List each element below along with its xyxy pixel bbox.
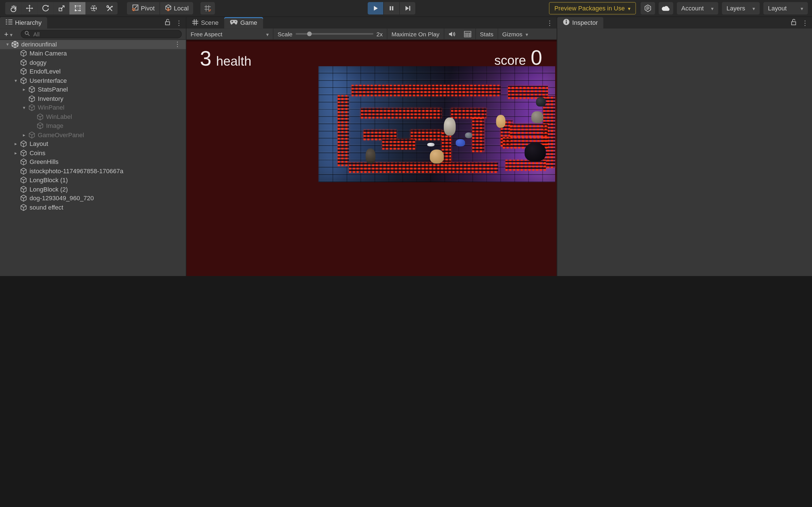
hierarchy-item-statspanel[interactable]: ▸StatsPanel <box>0 85 186 94</box>
expander-closed-icon[interactable]: ▸ <box>20 132 28 137</box>
led-platform <box>506 160 546 170</box>
custom-tools-button[interactable] <box>101 2 117 14</box>
expander-open-icon[interactable]: ▾ <box>20 105 28 110</box>
led-platform <box>382 139 415 150</box>
hierarchy-item-istockphoto-1174967858-170667a[interactable]: istockphoto-1174967858-170667a <box>0 166 186 175</box>
grid-snapping-button[interactable] <box>201 2 215 14</box>
tab-hierarchy-label: Hierarchy <box>15 19 42 26</box>
create-object-button[interactable]: + <box>0 30 17 38</box>
hierarchy-item-label: Coins <box>30 149 45 157</box>
game-view-panel: Scene Game Free Aspect Scale 2x Maximize… <box>186 17 557 276</box>
playmode-controls <box>368 2 415 14</box>
game-viewport[interactable]: 3 health score 0 <box>186 40 557 276</box>
expander-closed-icon[interactable]: ▸ <box>20 87 28 92</box>
game-icon <box>230 19 238 26</box>
lock-icon[interactable] <box>165 18 170 27</box>
step-button[interactable] <box>400 2 415 14</box>
led-platform <box>472 117 484 152</box>
hierarchy-item-gameoverpanel[interactable]: ▸GameOverPanel <box>0 130 186 139</box>
chevron-down-icon <box>10 30 12 38</box>
health-value: 3 <box>200 48 211 69</box>
scale-slider[interactable] <box>296 33 373 35</box>
led-platform <box>510 124 548 137</box>
pause-button[interactable] <box>384 2 399 14</box>
rect-tool-button[interactable] <box>69 2 86 14</box>
preview-packages-dropdown[interactable]: Preview Packages in Use <box>549 2 636 14</box>
tool-buttons-group <box>5 2 117 14</box>
hierarchy-item-doggy[interactable]: doggy <box>0 58 186 67</box>
hierarchy-item-image[interactable]: Image <box>0 121 186 130</box>
hierarchy-item-inventory[interactable]: Inventory <box>0 94 186 103</box>
expander-closed-icon[interactable]: ▸ <box>12 151 19 156</box>
rotate-tool-button[interactable] <box>37 2 53 14</box>
pot-sprite <box>465 132 472 138</box>
tan-dog-sprite <box>430 150 444 163</box>
lock-icon[interactable] <box>791 18 797 27</box>
hierarchy-item-main-camera[interactable]: Main Camera <box>0 49 186 58</box>
game-view-menu-icon[interactable] <box>546 19 553 27</box>
inspector-menu-icon[interactable] <box>802 19 808 27</box>
row-menu-icon[interactable] <box>174 40 181 48</box>
hierarchy-item-winlabel[interactable]: WinLabel <box>0 112 186 121</box>
tab-inspector[interactable]: Inspector <box>557 17 603 29</box>
hierarchy-item-dog-1293049-960-720[interactable]: dog-1293049_960_720 <box>0 194 186 203</box>
play-button[interactable] <box>368 2 383 14</box>
hand-tool-button[interactable] <box>5 2 21 14</box>
aspect-ratio-dropdown[interactable]: Free Aspect <box>186 29 273 40</box>
tab-game[interactable]: Game <box>224 17 263 29</box>
health-label: health <box>216 55 251 68</box>
local-toggle-button[interactable]: Local <box>160 2 193 14</box>
hierarchy-tabbar: Hierarchy <box>0 17 186 29</box>
led-platform <box>451 108 487 118</box>
cloud-services-button[interactable] <box>658 2 673 14</box>
cube-icon <box>19 203 28 211</box>
maximize-on-play-toggle[interactable]: Maximize On Play <box>388 29 444 40</box>
layout-dropdown[interactable]: Layout <box>763 2 808 14</box>
gizmos-dropdown[interactable]: Gizmos <box>498 29 532 40</box>
score-hud: score 0 <box>494 47 542 68</box>
gizmos-label: Gizmos <box>502 31 522 37</box>
hierarchy-search[interactable] <box>21 30 182 38</box>
hierarchy-item-layout[interactable]: ▸Layout <box>0 139 186 149</box>
maximize-label: Maximize On Play <box>391 31 439 37</box>
scene-icon <box>192 19 198 27</box>
scale-tool-button[interactable] <box>53 2 69 14</box>
move-tool-button[interactable] <box>21 2 37 14</box>
hierarchy-item-greenhills[interactable]: GreenHills <box>0 158 186 166</box>
expander-closed-icon[interactable]: ▸ <box>12 142 19 147</box>
hierarchy-item-userinterface[interactable]: ▾UserInterface <box>0 76 186 85</box>
pivot-toggle-button[interactable]: Pivot <box>127 2 159 14</box>
hierarchy-search-input[interactable] <box>32 30 178 38</box>
stats-toggle[interactable]: Stats <box>476 29 498 40</box>
mute-audio-toggle[interactable] <box>444 29 460 40</box>
hierarchy-item-coins[interactable]: ▸Coins <box>0 149 186 158</box>
toolbar-right-group: Preview Packages in Use Account Layers L… <box>549 2 808 14</box>
hierarchy-item-label: Inventory <box>38 95 63 102</box>
hierarchy-menu-icon[interactable] <box>175 19 183 27</box>
expander-open-icon[interactable]: ▾ <box>12 78 19 83</box>
hierarchy-item-derinounfinal[interactable]: ▾derinounfinal <box>0 40 186 49</box>
hierarchy-item-longblock-2[interactable]: LongBlock (2) <box>0 185 186 194</box>
layout-label: Layout <box>768 5 786 12</box>
hierarchy-item-sound-effect[interactable]: sound effect <box>0 203 186 212</box>
scene-game-tabbar: Scene Game <box>186 17 557 29</box>
tab-hierarchy[interactable]: Hierarchy <box>0 17 47 29</box>
hierarchy-item-winpanel[interactable]: ▾WinPanel <box>0 103 186 112</box>
hierarchy-item-longblock-1[interactable]: LongBlock (1) <box>0 176 186 185</box>
layers-dropdown[interactable]: Layers <box>722 2 760 14</box>
expander-open-icon[interactable]: ▾ <box>4 42 11 47</box>
local-label: Local <box>174 5 189 12</box>
score-label: score <box>494 54 526 67</box>
tab-scene[interactable]: Scene <box>186 17 224 29</box>
transform-tool-button[interactable] <box>86 2 101 14</box>
hierarchy-toolbar: + <box>0 29 186 40</box>
scale-value: 2x <box>376 31 383 37</box>
account-dropdown[interactable]: Account <box>677 2 718 14</box>
hierarchy-item-endoflevel[interactable]: EndofLevel <box>0 67 186 76</box>
tab-game-label: Game <box>240 19 257 26</box>
cube-icon <box>19 185 28 193</box>
hierarchy-item-label: Image <box>46 122 63 129</box>
hierarchy-item-label: WinLabel <box>46 113 72 121</box>
vsync-icon-button[interactable] <box>460 29 476 40</box>
package-manager-icon-button[interactable] <box>640 2 655 14</box>
